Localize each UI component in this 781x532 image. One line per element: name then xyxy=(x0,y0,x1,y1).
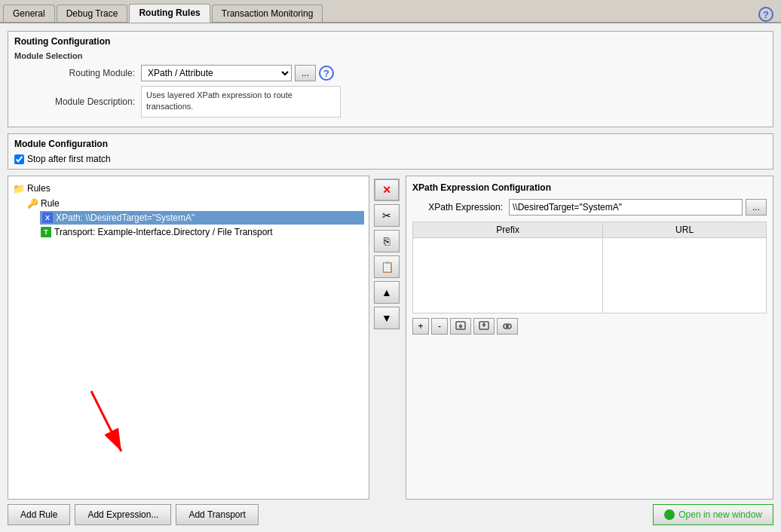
rules-tree-wrapper: 📁 Rules 🔑 Rule X xyxy=(8,176,369,499)
copy-btn[interactable]: ⎘ xyxy=(374,230,400,252)
rules-panel: 📁 Rules 🔑 Rule X xyxy=(8,176,369,500)
stop-after-match-checkbox[interactable] xyxy=(14,154,24,164)
add-expression-btn[interactable]: Add Expression... xyxy=(75,504,171,525)
tree-item-xpath-label: XPath: \\DesiredTarget="SystemA" xyxy=(56,212,194,223)
tab-general[interactable]: General xyxy=(3,5,55,22)
red-arrow-svg xyxy=(69,384,159,474)
content-area: 📁 Rules 🔑 Rule X xyxy=(8,176,773,500)
bottom-bar: Add Rule Add Expression... Add Transport… xyxy=(8,500,773,525)
export-icon xyxy=(479,321,489,332)
main-panel: Routing Configuration Module Selection R… xyxy=(0,23,781,532)
routing-config-title: Routing Configuration xyxy=(14,36,767,47)
key-icon: 🔑 xyxy=(26,197,38,209)
routing-module-help-icon[interactable]: ? xyxy=(319,66,334,81)
tree-item-rules-label: Rules xyxy=(27,183,51,194)
help-icon[interactable]: ? xyxy=(758,7,773,22)
xpath-config-title: XPath Expression Configuration xyxy=(412,182,767,193)
xpath-expression-label: XPath Expression: xyxy=(412,202,503,212)
move-up-btn[interactable]: ▲ xyxy=(374,281,400,304)
module-description-box: Uses layered XPath expression to route t… xyxy=(141,86,341,118)
open-window-label: Open in new window xyxy=(678,509,762,520)
tree-item-transport[interactable]: T Transport: Example-Interface.Directory… xyxy=(40,225,364,240)
tree-item-transport-label: Transport: Example-Interface.Directory /… xyxy=(54,227,273,237)
module-description-row: Module Description: Uses layered XPath e… xyxy=(14,86,767,118)
url-cell xyxy=(603,238,767,313)
module-selection-title: Module Selection xyxy=(14,51,767,60)
prefix-url-table: Prefix URL xyxy=(412,222,767,313)
add-rule-btn[interactable]: Add Rule xyxy=(8,504,70,525)
rules-tree: 📁 Rules 🔑 Rule X xyxy=(8,176,369,244)
table-add-btn[interactable]: + xyxy=(412,318,429,335)
module-description-label: Module Description: xyxy=(14,96,135,107)
delete-btn[interactable]: ✕ xyxy=(374,179,400,201)
tree-item-rule[interactable]: 🔑 Rule xyxy=(26,196,364,211)
routing-config-section: Routing Configuration Module Selection R… xyxy=(8,31,773,127)
green-circle-icon xyxy=(664,509,675,520)
tabs-bar: General Debug Trace Routing Rules Transa… xyxy=(0,0,781,23)
link-icon xyxy=(502,321,513,332)
tree-item-xpath[interactable]: X XPath: \\DesiredTarget="SystemA" xyxy=(40,211,364,225)
table-remove-btn[interactable]: - xyxy=(431,318,448,335)
routing-module-select[interactable]: XPath / Attribute xyxy=(141,65,292,81)
url-col-header: URL xyxy=(603,222,767,238)
tree-item-rules[interactable]: 📁 Rules xyxy=(13,181,364,196)
module-config-section: Module Configuration Stop after first ma… xyxy=(8,133,773,170)
transport-icon: T xyxy=(40,226,52,238)
tab-routing-rules[interactable]: Routing Rules xyxy=(129,4,210,23)
cut-btn[interactable]: ✂ xyxy=(374,204,400,227)
side-buttons: ✕ ✂ ⎘ 📋 ▲ ▼ xyxy=(374,176,400,500)
routing-module-row: Routing Module: XPath / Attribute ... ? xyxy=(14,65,767,81)
xpath-expression-row: XPath Expression: ... xyxy=(412,199,767,216)
xpath-panel: XPath Expression Configuration XPath Exp… xyxy=(406,176,773,500)
import-icon xyxy=(455,321,466,332)
prefix-col-header: Prefix xyxy=(413,222,603,238)
paste-btn[interactable]: 📋 xyxy=(374,255,400,278)
add-transport-btn[interactable]: Add Transport xyxy=(176,504,258,525)
routing-module-browse-btn[interactable]: ... xyxy=(295,65,316,81)
tree-item-rule-label: Rule xyxy=(41,198,60,209)
arrow-container xyxy=(69,384,159,476)
module-config-title: Module Configuration xyxy=(14,139,767,149)
prefix-cell xyxy=(413,238,603,313)
table-buttons: + - xyxy=(412,318,767,335)
xpath-icon: X xyxy=(41,212,54,224)
routing-module-container: XPath / Attribute ... ? xyxy=(141,65,334,81)
stop-after-match-label: Stop after first match xyxy=(27,154,111,164)
xpath-browse-btn[interactable]: ... xyxy=(746,199,767,216)
rules-area: 📁 Rules 🔑 Rule X xyxy=(8,176,400,500)
table-link-btn[interactable] xyxy=(497,318,518,335)
folder-icon: 📁 xyxy=(13,182,25,194)
open-in-new-window-btn[interactable]: Open in new window xyxy=(653,504,773,525)
table-import-btn[interactable] xyxy=(450,318,471,335)
table-empty-row xyxy=(413,238,767,313)
move-down-btn[interactable]: ▼ xyxy=(374,307,400,329)
table-export-btn[interactable] xyxy=(473,318,495,335)
tab-transaction-monitoring[interactable]: Transaction Monitoring xyxy=(212,5,323,22)
bottom-left-buttons: Add Rule Add Expression... Add Transport xyxy=(8,504,259,525)
stop-after-match-row: Stop after first match xyxy=(14,154,767,164)
routing-module-label: Routing Module: xyxy=(14,68,135,78)
tab-debug-trace[interactable]: Debug Trace xyxy=(57,5,128,22)
svg-line-1 xyxy=(91,391,121,451)
xpath-expression-input[interactable] xyxy=(509,199,743,216)
